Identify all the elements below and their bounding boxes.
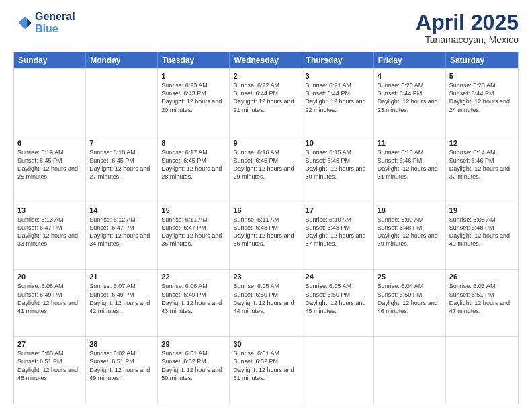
calendar-row-4: 20Sunrise: 6:08 AM Sunset: 6:49 PM Dayli… [14, 269, 518, 336]
empty-cell-r4c6 [446, 337, 518, 404]
day-info: Sunrise: 6:15 AM Sunset: 6:46 PM Dayligh… [378, 148, 442, 181]
day-info: Sunrise: 6:19 AM Sunset: 6:45 PM Dayligh… [17, 148, 82, 181]
day-number: 30 [233, 340, 298, 348]
day-number: 19 [449, 206, 515, 214]
day-info: Sunrise: 6:23 AM Sunset: 6:43 PM Dayligh… [161, 81, 226, 114]
day-info: Sunrise: 6:13 AM Sunset: 6:47 PM Dayligh… [17, 216, 82, 248]
day-info: Sunrise: 6:02 AM Sunset: 6:51 PM Dayligh… [89, 349, 154, 382]
day-info: Sunrise: 6:16 AM Sunset: 6:45 PM Dayligh… [233, 148, 298, 181]
header: General Blue April 2025 Tanamacoyan, Mex… [13, 11, 519, 45]
day-number: 7 [89, 139, 154, 147]
day-info: Sunrise: 6:05 AM Sunset: 6:50 PM Dayligh… [306, 282, 370, 315]
day-cell-4: 4Sunrise: 6:20 AM Sunset: 6:44 PM Daylig… [374, 69, 446, 136]
day-cell-6: 6Sunrise: 6:19 AM Sunset: 6:45 PM Daylig… [14, 136, 86, 203]
day-cell-2: 2Sunrise: 6:22 AM Sunset: 6:44 PM Daylig… [230, 69, 302, 136]
day-number: 17 [306, 206, 370, 214]
day-cell-24: 24Sunrise: 6:05 AM Sunset: 6:50 PM Dayli… [302, 270, 374, 336]
day-number: 1 [161, 72, 226, 80]
day-number: 6 [17, 139, 82, 147]
calendar-row-2: 6Sunrise: 6:19 AM Sunset: 6:45 PM Daylig… [14, 136, 518, 203]
day-info: Sunrise: 6:08 AM Sunset: 6:48 PM Dayligh… [449, 216, 515, 248]
day-info: Sunrise: 6:17 AM Sunset: 6:45 PM Dayligh… [161, 148, 226, 181]
day-cell-17: 17Sunrise: 6:10 AM Sunset: 6:48 PM Dayli… [302, 203, 374, 270]
calendar-row-3: 13Sunrise: 6:13 AM Sunset: 6:47 PM Dayli… [14, 203, 518, 270]
header-day-monday: Monday [86, 52, 158, 68]
day-cell-28: 28Sunrise: 6:02 AM Sunset: 6:51 PM Dayli… [86, 337, 158, 404]
day-number: 15 [161, 206, 226, 214]
day-cell-9: 9Sunrise: 6:16 AM Sunset: 6:45 PM Daylig… [230, 136, 302, 203]
day-info: Sunrise: 6:11 AM Sunset: 6:48 PM Dayligh… [233, 216, 298, 248]
day-number: 27 [17, 340, 82, 348]
day-cell-22: 22Sunrise: 6:06 AM Sunset: 6:49 PM Dayli… [158, 270, 230, 336]
calendar-header: SundayMondayTuesdayWednesdayThursdayFrid… [14, 52, 518, 68]
day-number: 23 [233, 273, 298, 281]
day-number: 26 [449, 273, 515, 281]
day-cell-5: 5Sunrise: 6:20 AM Sunset: 6:44 PM Daylig… [446, 69, 518, 136]
logo-icon [13, 13, 32, 32]
logo-text: General Blue [35, 11, 75, 34]
day-number: 2 [233, 72, 298, 80]
day-cell-12: 12Sunrise: 6:14 AM Sunset: 6:46 PM Dayli… [446, 136, 518, 203]
day-info: Sunrise: 6:05 AM Sunset: 6:50 PM Dayligh… [233, 282, 298, 315]
header-day-friday: Friday [374, 52, 446, 68]
day-cell-23: 23Sunrise: 6:05 AM Sunset: 6:50 PM Dayli… [230, 270, 302, 336]
day-cell-7: 7Sunrise: 6:18 AM Sunset: 6:45 PM Daylig… [86, 136, 158, 203]
day-cell-16: 16Sunrise: 6:11 AM Sunset: 6:48 PM Dayli… [230, 203, 302, 270]
day-info: Sunrise: 6:11 AM Sunset: 6:47 PM Dayligh… [161, 216, 226, 248]
empty-cell-r4c5 [374, 337, 446, 404]
day-info: Sunrise: 6:20 AM Sunset: 6:44 PM Dayligh… [378, 81, 442, 114]
calendar-row-1: 1Sunrise: 6:23 AM Sunset: 6:43 PM Daylig… [14, 68, 518, 136]
day-cell-21: 21Sunrise: 6:07 AM Sunset: 6:49 PM Dayli… [86, 270, 158, 336]
day-info: Sunrise: 6:07 AM Sunset: 6:49 PM Dayligh… [89, 282, 154, 315]
day-info: Sunrise: 6:03 AM Sunset: 6:51 PM Dayligh… [449, 282, 515, 315]
title-block: April 2025 Tanamacoyan, Mexico [416, 11, 519, 45]
calendar: SundayMondayTuesdayWednesdayThursdayFrid… [13, 52, 519, 404]
day-info: Sunrise: 6:03 AM Sunset: 6:51 PM Dayligh… [17, 349, 82, 382]
month-title: April 2025 [416, 11, 519, 34]
day-number: 8 [161, 139, 226, 147]
day-info: Sunrise: 6:09 AM Sunset: 6:48 PM Dayligh… [378, 216, 442, 248]
day-info: Sunrise: 6:18 AM Sunset: 6:45 PM Dayligh… [89, 148, 154, 181]
subtitle: Tanamacoyan, Mexico [416, 34, 519, 45]
day-number: 10 [306, 139, 370, 147]
day-number: 4 [378, 72, 442, 80]
day-cell-25: 25Sunrise: 6:04 AM Sunset: 6:50 PM Dayli… [374, 270, 446, 336]
day-cell-27: 27Sunrise: 6:03 AM Sunset: 6:51 PM Dayli… [14, 337, 86, 404]
day-cell-30: 30Sunrise: 6:01 AM Sunset: 6:52 PM Dayli… [230, 337, 302, 404]
day-info: Sunrise: 6:15 AM Sunset: 6:46 PM Dayligh… [306, 148, 370, 181]
empty-cell-r0c0 [14, 69, 86, 136]
day-cell-14: 14Sunrise: 6:12 AM Sunset: 6:47 PM Dayli… [86, 203, 158, 270]
day-info: Sunrise: 6:06 AM Sunset: 6:49 PM Dayligh… [161, 282, 226, 315]
empty-cell-r0c1 [86, 69, 158, 136]
day-cell-15: 15Sunrise: 6:11 AM Sunset: 6:47 PM Dayli… [158, 203, 230, 270]
day-cell-8: 8Sunrise: 6:17 AM Sunset: 6:45 PM Daylig… [158, 136, 230, 203]
day-number: 3 [306, 72, 370, 80]
day-info: Sunrise: 6:01 AM Sunset: 6:52 PM Dayligh… [233, 349, 298, 382]
day-number: 21 [89, 273, 154, 281]
day-number: 29 [161, 340, 226, 348]
day-info: Sunrise: 6:14 AM Sunset: 6:46 PM Dayligh… [449, 148, 515, 181]
day-number: 14 [89, 206, 154, 214]
day-cell-13: 13Sunrise: 6:13 AM Sunset: 6:47 PM Dayli… [14, 203, 86, 270]
header-day-tuesday: Tuesday [158, 52, 230, 68]
day-info: Sunrise: 6:12 AM Sunset: 6:47 PM Dayligh… [89, 216, 154, 248]
day-number: 24 [306, 273, 370, 281]
day-info: Sunrise: 6:04 AM Sunset: 6:50 PM Dayligh… [378, 282, 442, 315]
day-info: Sunrise: 6:08 AM Sunset: 6:49 PM Dayligh… [17, 282, 82, 315]
logo: General Blue [13, 11, 75, 34]
day-number: 11 [378, 139, 442, 147]
day-cell-11: 11Sunrise: 6:15 AM Sunset: 6:46 PM Dayli… [374, 136, 446, 203]
day-cell-1: 1Sunrise: 6:23 AM Sunset: 6:43 PM Daylig… [158, 69, 230, 136]
day-number: 25 [378, 273, 442, 281]
day-number: 12 [449, 139, 515, 147]
day-number: 22 [161, 273, 226, 281]
day-number: 16 [233, 206, 298, 214]
day-info: Sunrise: 6:21 AM Sunset: 6:44 PM Dayligh… [306, 81, 370, 114]
day-cell-10: 10Sunrise: 6:15 AM Sunset: 6:46 PM Dayli… [302, 136, 374, 203]
day-info: Sunrise: 6:10 AM Sunset: 6:48 PM Dayligh… [306, 216, 370, 248]
day-cell-3: 3Sunrise: 6:21 AM Sunset: 6:44 PM Daylig… [302, 69, 374, 136]
calendar-body: 1Sunrise: 6:23 AM Sunset: 6:43 PM Daylig… [14, 68, 518, 404]
page: General Blue April 2025 Tanamacoyan, Mex… [0, 0, 532, 411]
header-day-wednesday: Wednesday [230, 52, 302, 68]
header-day-thursday: Thursday [302, 52, 374, 68]
